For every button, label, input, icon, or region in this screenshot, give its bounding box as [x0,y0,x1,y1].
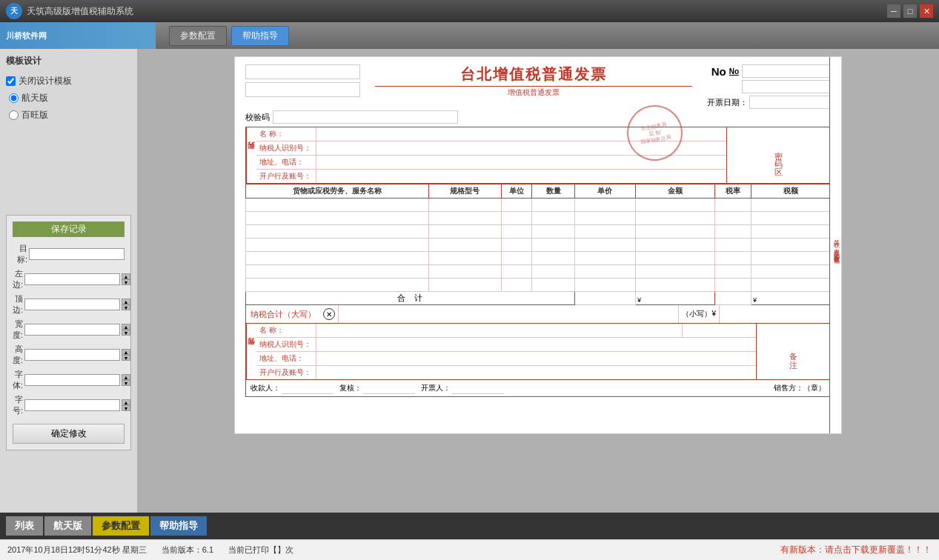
xiaoxie-input[interactable] [719,305,830,323]
amount-input-1[interactable] [637,199,713,211]
field-fontsize-input[interactable] [24,399,120,411]
yanzhengma-input[interactable] [273,110,458,124]
table-footer-row: 合 计 ¥ ¥ [246,292,831,305]
seller-name-input2[interactable] [682,324,756,337]
left-spin-up[interactable]: ▲ [122,273,130,279]
seller-tax-input[interactable] [316,338,756,351]
qty-input-2[interactable] [534,213,573,224]
maximize-button[interactable]: □ [903,4,917,18]
left-spinner: ▲ ▼ [122,273,130,285]
task-canshu-button[interactable]: 参数配置 [93,516,149,536]
spec-input-1[interactable] [431,199,500,211]
date-input[interactable] [749,96,831,109]
amount-input-2[interactable] [637,213,713,224]
spec-input-2[interactable] [431,213,500,224]
total-amount-input[interactable] [643,293,703,304]
field-fontsize: 字号: ▲ ▼ [13,394,125,416]
font-spin-down[interactable]: ▼ [122,380,130,386]
task-hangtian-button[interactable]: 航天版 [44,516,91,536]
daxie-input[interactable] [338,305,679,323]
close-design-label: 关闭设计模板 [19,75,72,87]
cell [532,239,575,252]
width-spin-up[interactable]: ▲ [122,324,130,330]
no-input[interactable] [742,64,831,78]
invoice-top-right: No No 开票日期： [707,64,831,109]
top-input-row2 [245,82,360,97]
field-font-input[interactable] [24,374,120,386]
field-height-input[interactable] [24,349,120,361]
width-spin-down[interactable]: ▼ [122,330,130,336]
top-spin-down[interactable]: ▼ [122,304,130,310]
tab-canshu[interactable]: 参数配置 [169,26,227,46]
close-design-checkbox-row: 关闭设计模板 [6,75,131,87]
table-row [246,199,831,212]
radio-hangtian[interactable] [9,93,19,103]
qty-input-1[interactable] [534,199,573,211]
top-spinner: ▲ ▼ [122,299,130,310]
top-right-input-1[interactable] [742,80,831,93]
field-target-input[interactable] [29,248,125,260]
taxrate-input-1[interactable] [717,199,749,211]
buyer-bank-label: 开户行及账号： [256,171,316,181]
table-body [246,199,831,292]
total-amount-cell: ¥ [635,292,714,305]
cell [532,225,575,239]
top-input-2[interactable] [245,82,360,97]
close-design-checkbox[interactable] [6,76,16,86]
tax-input-1[interactable] [753,199,829,211]
fontsize-spin-up[interactable]: ▲ [122,399,130,405]
cell [428,252,502,265]
font-spin-up[interactable]: ▲ [122,374,130,380]
task-liebiao-button[interactable]: 列表 [6,516,43,536]
unit-input-1[interactable] [503,199,530,211]
seller-bank-input[interactable] [316,366,756,379]
field-left-input[interactable] [24,273,120,285]
right-vertical-label-area: 第二联：发票联 购货方记账凭证 [829,57,841,433]
no-underline: No [729,67,739,76]
tax-input-2[interactable] [753,213,829,224]
goods-input-3[interactable] [248,226,427,238]
seller-name-input[interactable] [316,324,682,337]
shoukuan-input[interactable] [282,382,334,394]
seller-addr-input[interactable] [316,352,756,365]
invoice-title: 台北增值税普通发票 [375,64,692,84]
goods-input-1[interactable] [248,199,427,211]
cell [714,265,751,279]
goods-input-2[interactable] [248,213,427,224]
kaipiao-input[interactable] [452,382,504,394]
fontsize-spin-down[interactable]: ▼ [122,405,130,411]
buyer-bank-input[interactable] [316,170,726,183]
minimize-button[interactable]: ─ [887,4,900,18]
table-row [246,252,831,265]
top-spin-up[interactable]: ▲ [122,299,130,304]
field-top-input[interactable] [24,299,120,310]
unit-input-2[interactable] [503,213,530,224]
field-width-input[interactable] [24,324,120,336]
price-input-1[interactable] [577,199,634,211]
confirm-modify-button[interactable]: 确定修改 [13,424,125,444]
fuhe-input[interactable] [363,382,415,394]
cell [751,225,831,239]
radio-baiwang[interactable] [9,110,19,120]
price-input-2[interactable] [577,213,634,224]
brand-area: 川桥软件网 [0,22,156,49]
taxrate-input-2[interactable] [717,213,749,224]
close-button[interactable]: ✕ [920,4,933,18]
cell [714,199,751,212]
seller-bank-label: 开户行及账号： [256,367,316,378]
cell [428,212,502,225]
cell [751,212,831,225]
tab-bangzhu[interactable]: 帮助指导 [231,26,289,46]
left-spin-down[interactable]: ▼ [122,279,130,285]
top-input-1[interactable] [245,64,360,79]
height-spin-up[interactable]: ▲ [122,349,130,355]
stamp-text: 台北税务局监 制国家税务总局 [637,120,671,145]
task-bangzhu-button[interactable]: 帮助指导 [150,516,207,536]
total-tax-input[interactable] [759,293,820,304]
height-spin-down[interactable]: ▼ [122,355,130,361]
status-update-notice[interactable]: 有新版本：请点击下载更新覆盖！！！ [780,544,932,556]
seller-addr-label: 地址、电话： [256,353,316,364]
daxie-label: 纳税合计（大写） [246,307,320,321]
cell[interactable] [246,199,429,212]
field-fontsize-label: 字号: [13,394,23,416]
